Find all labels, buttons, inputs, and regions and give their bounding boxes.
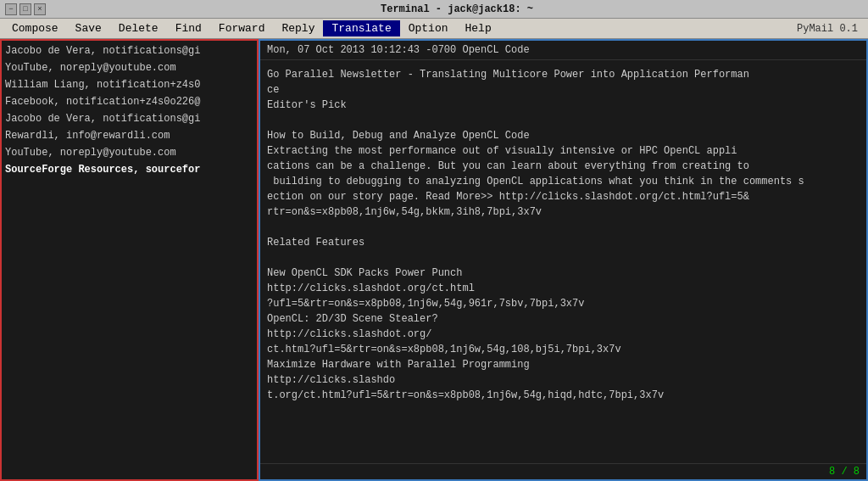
menu-translate[interactable]: Translate (323, 20, 399, 36)
main-content: Jacobo de Vera, notifications@gi YouTube… (0, 39, 868, 481)
menu-forward[interactable]: Forward (210, 20, 274, 36)
menu-delete[interactable]: Delete (110, 20, 167, 36)
menu-compose[interactable]: Compose (3, 20, 67, 36)
maximize-button[interactable]: □ (19, 3, 31, 15)
email-list-panel[interactable]: Jacobo de Vera, notifications@gi YouTube… (0, 39, 259, 481)
list-item[interactable]: Jacobo de Vera, notifications@gi (2, 42, 257, 59)
list-item[interactable]: Facebook, notification+z4s0o226@ (2, 93, 257, 110)
minimize-button[interactable]: − (5, 3, 17, 15)
email-body[interactable]: Go Parallel Newsletter - Translating Mul… (260, 60, 866, 463)
list-item[interactable]: Rewardli, info@rewardli.com (2, 127, 257, 144)
email-content-panel: Mon, 07 Oct 2013 10:12:43 -0700 OpenCL C… (259, 39, 868, 481)
window-title: Terminal - jack@jack18: ~ (51, 3, 863, 15)
menu-save[interactable]: Save (67, 20, 110, 36)
menu-reply[interactable]: Reply (273, 20, 323, 36)
list-item[interactable]: YouTube, noreply@youtube.com (2, 59, 257, 76)
menu-find[interactable]: Find (167, 20, 210, 36)
list-item[interactable]: SourceForge Resources, sourcefor (2, 161, 257, 178)
list-item[interactable]: William Liang, notification+z4s0 (2, 76, 257, 93)
email-header: Mon, 07 Oct 2013 10:12:43 -0700 OpenCL C… (260, 41, 866, 60)
window-controls[interactable]: − □ × (5, 3, 46, 15)
menu-items: Compose Save Delete Find Forward Reply T… (3, 20, 500, 36)
list-item[interactable]: Jacobo de Vera, notifications@gi (2, 110, 257, 127)
menu-help[interactable]: Help (457, 20, 500, 36)
app-name: PyMail 0.1 (797, 23, 865, 35)
menu-bar: Compose Save Delete Find Forward Reply T… (0, 19, 868, 39)
title-bar: − □ × Terminal - jack@jack18: ~ (0, 0, 868, 19)
menu-option[interactable]: Option (400, 20, 457, 36)
list-item[interactable]: YouTube, noreply@youtube.com (2, 144, 257, 161)
email-pagination: 8 / 8 (260, 463, 866, 479)
close-button[interactable]: × (34, 3, 46, 15)
